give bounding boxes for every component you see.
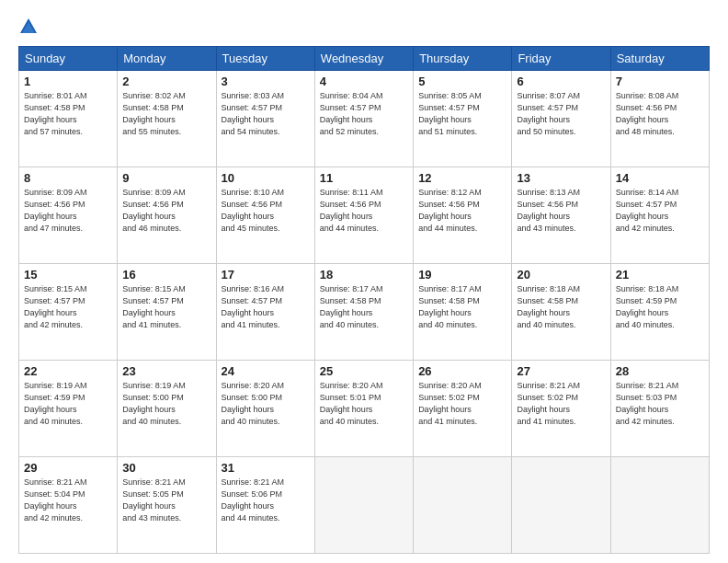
header: [18, 17, 710, 37]
calendar-cell: 12 Sunrise: 8:12 AM Sunset: 4:56 PM Dayl…: [414, 167, 512, 264]
day-info: Sunrise: 8:20 AM Sunset: 5:00 PM Dayligh…: [222, 381, 285, 426]
calendar-cell: 29 Sunrise: 8:21 AM Sunset: 5:04 PM Dayl…: [19, 457, 118, 554]
week-row-2: 8 Sunrise: 8:09 AM Sunset: 4:56 PM Dayli…: [19, 167, 710, 264]
day-number: 22: [24, 364, 112, 378]
day-number: 20: [517, 268, 605, 282]
day-info: Sunrise: 8:10 AM Sunset: 4:56 PM Dayligh…: [222, 188, 285, 233]
day-info: Sunrise: 8:20 AM Sunset: 5:02 PM Dayligh…: [418, 381, 482, 426]
calendar-cell: 6 Sunrise: 8:07 AM Sunset: 4:57 PM Dayli…: [512, 71, 610, 167]
calendar-cell: 25 Sunrise: 8:20 AM Sunset: 5:01 PM Dayl…: [314, 361, 413, 457]
calendar-cell: 10 Sunrise: 8:10 AM Sunset: 4:56 PM Dayl…: [216, 167, 314, 264]
day-number: 11: [320, 171, 408, 185]
calendar-cell: 31 Sunrise: 8:21 AM Sunset: 5:06 PM Dayl…: [216, 457, 314, 554]
day-info: Sunrise: 8:17 AM Sunset: 4:58 PM Dayligh…: [418, 284, 482, 329]
day-info: Sunrise: 8:21 AM Sunset: 5:04 PM Dayligh…: [24, 477, 87, 523]
calendar-cell: 5 Sunrise: 8:05 AM Sunset: 4:57 PM Dayli…: [414, 71, 512, 167]
day-number: 16: [122, 268, 210, 282]
day-number: 2: [122, 75, 210, 88]
weekday-header-sunday: Sunday: [19, 47, 118, 71]
day-number: 19: [418, 268, 506, 282]
day-number: 9: [122, 171, 210, 185]
weekday-header-thursday: Thursday: [414, 47, 512, 71]
day-number: 8: [24, 171, 112, 185]
calendar-cell: 15 Sunrise: 8:15 AM Sunset: 4:57 PM Dayl…: [19, 264, 118, 361]
week-row-4: 22 Sunrise: 8:19 AM Sunset: 4:59 PM Dayl…: [19, 361, 710, 457]
calendar-cell: 7 Sunrise: 8:08 AM Sunset: 4:56 PM Dayli…: [610, 71, 709, 167]
day-number: 12: [418, 171, 506, 185]
day-info: Sunrise: 8:03 AM Sunset: 4:57 PM Dayligh…: [222, 91, 285, 136]
day-number: 6: [517, 75, 605, 88]
calendar-cell: 13 Sunrise: 8:13 AM Sunset: 4:56 PM Dayl…: [512, 167, 610, 264]
calendar-cell: 27 Sunrise: 8:21 AM Sunset: 5:02 PM Dayl…: [512, 361, 610, 457]
day-info: Sunrise: 8:21 AM Sunset: 5:03 PM Dayligh…: [616, 381, 679, 426]
day-number: 21: [616, 268, 704, 282]
day-number: 24: [222, 364, 310, 378]
weekday-header-row: SundayMondayTuesdayWednesdayThursdayFrid…: [19, 47, 710, 71]
day-number: 28: [616, 364, 704, 378]
calendar-cell: 23 Sunrise: 8:19 AM Sunset: 5:00 PM Dayl…: [118, 361, 216, 457]
calendar-cell: 14 Sunrise: 8:14 AM Sunset: 4:57 PM Dayl…: [610, 167, 709, 264]
day-info: Sunrise: 8:19 AM Sunset: 4:59 PM Dayligh…: [24, 381, 87, 426]
day-info: Sunrise: 8:19 AM Sunset: 5:00 PM Dayligh…: [122, 381, 186, 426]
calendar-cell: 9 Sunrise: 8:09 AM Sunset: 4:56 PM Dayli…: [118, 167, 216, 264]
day-info: Sunrise: 8:15 AM Sunset: 4:57 PM Dayligh…: [122, 284, 186, 329]
weekday-header-wednesday: Wednesday: [314, 47, 413, 71]
day-info: Sunrise: 8:16 AM Sunset: 4:57 PM Dayligh…: [222, 284, 285, 329]
day-info: Sunrise: 8:01 AM Sunset: 4:58 PM Dayligh…: [24, 91, 87, 136]
day-info: Sunrise: 8:13 AM Sunset: 4:56 PM Dayligh…: [517, 188, 580, 233]
day-number: 1: [24, 75, 112, 88]
logo: [18, 17, 42, 37]
day-number: 26: [418, 364, 506, 378]
day-number: 30: [122, 461, 210, 475]
day-info: Sunrise: 8:20 AM Sunset: 5:01 PM Dayligh…: [320, 381, 383, 426]
day-info: Sunrise: 8:21 AM Sunset: 5:02 PM Dayligh…: [517, 381, 580, 426]
calendar-cell: 19 Sunrise: 8:17 AM Sunset: 4:58 PM Dayl…: [414, 264, 512, 361]
calendar-cell: 30 Sunrise: 8:21 AM Sunset: 5:05 PM Dayl…: [118, 457, 216, 554]
page: SundayMondayTuesdayWednesdayThursdayFrid…: [0, 0, 728, 563]
day-number: 14: [616, 171, 704, 185]
day-number: 4: [320, 75, 408, 88]
day-info: Sunrise: 8:18 AM Sunset: 4:59 PM Dayligh…: [616, 284, 679, 329]
calendar-cell: [314, 457, 413, 554]
day-number: 15: [24, 268, 112, 282]
day-info: Sunrise: 8:09 AM Sunset: 4:56 PM Dayligh…: [122, 188, 186, 233]
calendar-cell: 18 Sunrise: 8:17 AM Sunset: 4:58 PM Dayl…: [314, 264, 413, 361]
day-info: Sunrise: 8:04 AM Sunset: 4:57 PM Dayligh…: [320, 91, 383, 136]
calendar-cell: 4 Sunrise: 8:04 AM Sunset: 4:57 PM Dayli…: [314, 71, 413, 167]
day-info: Sunrise: 8:21 AM Sunset: 5:05 PM Dayligh…: [122, 477, 186, 523]
day-number: 13: [517, 171, 605, 185]
calendar-cell: 8 Sunrise: 8:09 AM Sunset: 4:56 PM Dayli…: [19, 167, 118, 264]
calendar-cell: 17 Sunrise: 8:16 AM Sunset: 4:57 PM Dayl…: [216, 264, 314, 361]
weekday-header-friday: Friday: [512, 47, 610, 71]
day-number: 5: [418, 75, 506, 88]
calendar-cell: [610, 457, 709, 554]
calendar-cell: [414, 457, 512, 554]
calendar-cell: 1 Sunrise: 8:01 AM Sunset: 4:58 PM Dayli…: [19, 71, 118, 167]
day-number: 31: [222, 461, 310, 475]
day-number: 29: [24, 461, 112, 475]
day-info: Sunrise: 8:21 AM Sunset: 5:06 PM Dayligh…: [222, 477, 285, 523]
day-info: Sunrise: 8:08 AM Sunset: 4:56 PM Dayligh…: [616, 91, 679, 136]
weekday-header-saturday: Saturday: [610, 47, 709, 71]
week-row-1: 1 Sunrise: 8:01 AM Sunset: 4:58 PM Dayli…: [19, 71, 710, 167]
day-number: 18: [320, 268, 408, 282]
calendar-cell: 16 Sunrise: 8:15 AM Sunset: 4:57 PM Dayl…: [118, 264, 216, 361]
calendar-cell: [512, 457, 610, 554]
day-info: Sunrise: 8:17 AM Sunset: 4:58 PM Dayligh…: [320, 284, 383, 329]
calendar-cell: 21 Sunrise: 8:18 AM Sunset: 4:59 PM Dayl…: [610, 264, 709, 361]
day-info: Sunrise: 8:09 AM Sunset: 4:56 PM Dayligh…: [24, 188, 87, 233]
weekday-header-monday: Monday: [118, 47, 216, 71]
calendar-cell: 28 Sunrise: 8:21 AM Sunset: 5:03 PM Dayl…: [610, 361, 709, 457]
weekday-header-tuesday: Tuesday: [216, 47, 314, 71]
day-number: 10: [222, 171, 310, 185]
day-info: Sunrise: 8:18 AM Sunset: 4:58 PM Dayligh…: [517, 284, 580, 329]
calendar-table: SundayMondayTuesdayWednesdayThursdayFrid…: [18, 46, 710, 554]
day-info: Sunrise: 8:02 AM Sunset: 4:58 PM Dayligh…: [122, 91, 186, 136]
calendar-cell: 20 Sunrise: 8:18 AM Sunset: 4:58 PM Dayl…: [512, 264, 610, 361]
calendar-cell: 26 Sunrise: 8:20 AM Sunset: 5:02 PM Dayl…: [414, 361, 512, 457]
day-info: Sunrise: 8:12 AM Sunset: 4:56 PM Dayligh…: [418, 188, 482, 233]
day-number: 25: [320, 364, 408, 378]
day-number: 7: [616, 75, 704, 88]
day-info: Sunrise: 8:14 AM Sunset: 4:57 PM Dayligh…: [616, 188, 679, 233]
day-info: Sunrise: 8:07 AM Sunset: 4:57 PM Dayligh…: [517, 91, 580, 136]
